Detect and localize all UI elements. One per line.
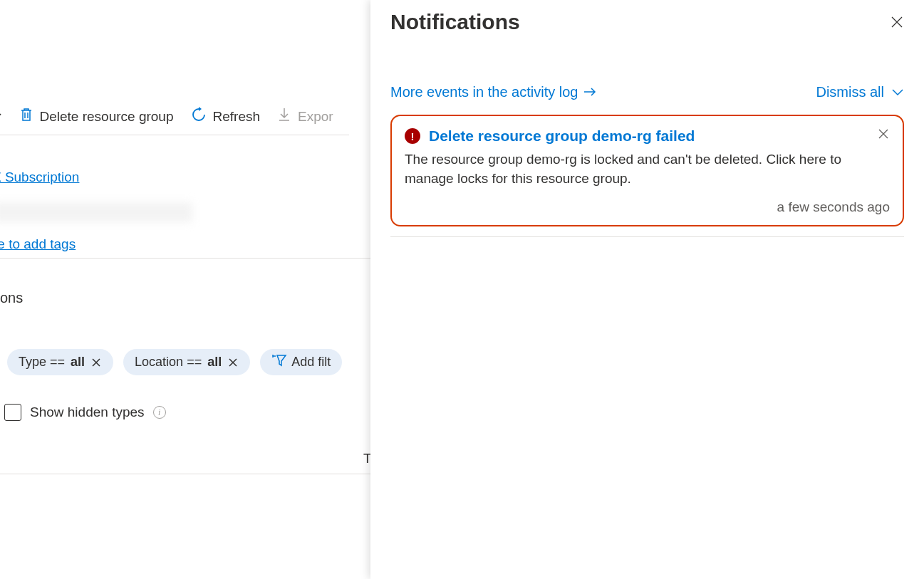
- dismiss-all-label: Dismiss all: [816, 84, 884, 100]
- filter-type-label: Type ==: [19, 355, 65, 370]
- divider: [0, 258, 370, 259]
- toolbar-dropdown[interactable]: v: [0, 109, 2, 125]
- more-events-label: More events in the activity log: [390, 84, 578, 100]
- divider: [0, 474, 370, 474]
- filter-type-value: all: [71, 355, 85, 370]
- delete-label: Delete resource group: [40, 109, 174, 125]
- close-panel-button[interactable]: [890, 15, 904, 29]
- delete-resource-group-button[interactable]: Delete resource group: [19, 107, 174, 126]
- show-hidden-checkbox[interactable]: [4, 404, 21, 421]
- subscription-link[interactable]: Z Subscription: [0, 169, 79, 185]
- add-filter-label: Add filt: [291, 355, 331, 370]
- main-content-area: v Delete resource group Refresh Expor Z …: [0, 0, 370, 579]
- arrow-right-icon: [583, 84, 596, 100]
- chevron-down-icon: [0, 109, 2, 125]
- notification-card-error: ! Delete resource group demo-rg failed T…: [390, 115, 904, 226]
- notification-timestamp: a few seconds ago: [405, 199, 890, 215]
- download-icon: [277, 107, 291, 126]
- close-icon[interactable]: [90, 357, 102, 368]
- error-icon: !: [405, 128, 420, 144]
- export-label: Expor: [298, 109, 333, 125]
- close-icon[interactable]: [227, 357, 239, 368]
- panel-subheader: More events in the activity log Dismiss …: [390, 84, 904, 100]
- refresh-icon: [191, 107, 207, 126]
- chevron-down-icon: [891, 84, 904, 100]
- info-icon[interactable]: i: [153, 406, 166, 419]
- card-header: ! Delete resource group demo-rg failed: [405, 127, 890, 145]
- filter-location-label: Location ==: [135, 355, 202, 370]
- dismiss-notification-button[interactable]: [877, 127, 890, 140]
- add-tags-link[interactable]: re to add tags: [0, 236, 76, 252]
- filter-pill-location[interactable]: Location == all: [123, 349, 250, 375]
- notifications-panel: Notifications More events in the activit…: [370, 0, 924, 579]
- dismiss-all-button[interactable]: Dismiss all: [816, 84, 904, 100]
- add-filter-button[interactable]: Add filt: [260, 349, 342, 375]
- redacted-text: [0, 202, 192, 222]
- filter-icon: [271, 353, 287, 371]
- show-hidden-label: Show hidden types: [30, 405, 145, 420]
- toolbar: v Delete resource group Refresh Expor: [0, 0, 349, 135]
- show-hidden-types-row: Show hidden types i: [4, 404, 370, 421]
- trash-icon: [19, 107, 33, 126]
- partial-heading: tions: [0, 290, 363, 306]
- export-button[interactable]: Expor: [277, 107, 333, 126]
- refresh-label: Refresh: [213, 109, 261, 125]
- more-events-link[interactable]: More events in the activity log: [390, 84, 596, 100]
- notification-title-link[interactable]: Delete resource group demo-rg failed: [429, 127, 695, 145]
- divider: [390, 236, 904, 237]
- filter-row: Type == all Location == all Add filt: [7, 349, 370, 375]
- card-header-left: ! Delete resource group demo-rg failed: [405, 127, 695, 145]
- filter-pill-type[interactable]: Type == all: [7, 349, 113, 375]
- refresh-button[interactable]: Refresh: [191, 107, 261, 126]
- panel-title: Notifications: [390, 10, 520, 34]
- filter-location-value: all: [207, 355, 222, 370]
- notification-body: The resource group demo-rg is locked and…: [405, 150, 890, 188]
- column-header: T: [363, 451, 370, 466]
- panel-header: Notifications: [390, 0, 904, 34]
